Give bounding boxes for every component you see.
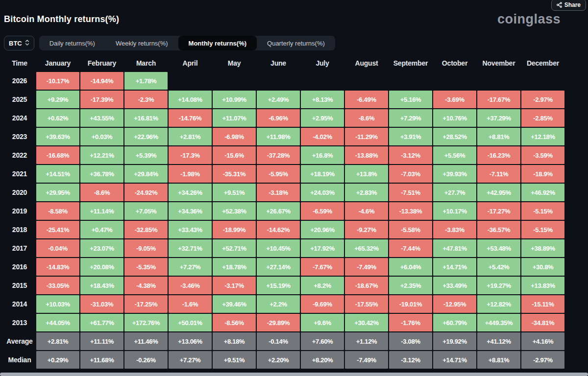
cell-2022-june[interactable]: -37.28% <box>257 146 300 164</box>
tab-weekly-returns[interactable]: Weekly returns(%) <box>105 36 178 50</box>
cell-2024-april[interactable]: -14.76% <box>169 109 212 127</box>
cell-average-june[interactable]: -0.14% <box>257 332 300 350</box>
cell-2015-april[interactable]: -3.46% <box>169 277 212 294</box>
cell-2024-may[interactable]: +11.07% <box>213 109 256 127</box>
cell-2020-september[interactable]: -7.51% <box>389 184 432 201</box>
cell-2016-september[interactable]: +6.04% <box>389 258 432 276</box>
cell-2015-november[interactable]: +19.27% <box>477 277 520 294</box>
cell-average-march[interactable]: +11.46% <box>124 332 168 350</box>
cell-2018-september[interactable]: -5.58% <box>389 221 432 238</box>
cell-2016-march[interactable]: -5.35% <box>124 258 168 276</box>
cell-2024-july[interactable]: +2.95% <box>301 109 344 127</box>
cell-2024-march[interactable]: +16.81% <box>124 109 168 127</box>
cell-2016-february[interactable]: +20.08% <box>80 258 123 276</box>
cell-2024-december[interactable]: -2.85% <box>521 109 564 127</box>
cell-median-october[interactable]: +14.71% <box>433 351 476 369</box>
cell-2022-february[interactable]: +12.21% <box>80 146 123 164</box>
cell-median-february[interactable]: +11.68% <box>80 351 123 369</box>
cell-2021-june[interactable]: -5.95% <box>257 165 300 183</box>
cell-2015-july[interactable]: +8.2% <box>301 277 344 294</box>
cell-2025-october[interactable]: -3.69% <box>433 91 476 108</box>
cell-2024-october[interactable]: +10.76% <box>433 109 476 127</box>
cell-2021-august[interactable]: +13.8% <box>345 165 388 183</box>
cell-2014-october[interactable]: -12.95% <box>433 295 476 313</box>
cell-2022-august[interactable]: -13.88% <box>345 146 388 164</box>
cell-2024-september[interactable]: +7.29% <box>389 109 432 127</box>
cell-2023-june[interactable]: +11.98% <box>257 128 300 145</box>
cell-2017-august[interactable]: +65.32% <box>345 239 388 257</box>
cell-2014-july[interactable]: -9.69% <box>301 295 344 313</box>
cell-2014-december[interactable]: -15.11% <box>521 295 564 313</box>
cell-2019-april[interactable]: +34.36% <box>169 202 212 220</box>
cell-2018-october[interactable]: -3.83% <box>433 221 476 238</box>
cell-average-november[interactable]: +41.12% <box>477 332 520 350</box>
cell-2018-january[interactable]: -25.41% <box>36 221 79 238</box>
cell-median-january[interactable]: +0.29% <box>36 351 79 369</box>
cell-2025-june[interactable]: +2.49% <box>257 91 300 108</box>
cell-2018-november[interactable]: -36.57% <box>477 221 520 238</box>
cell-2023-december[interactable]: +12.18% <box>521 128 564 145</box>
cell-2013-may[interactable]: -8.56% <box>213 314 256 331</box>
cell-2022-january[interactable]: -16.68% <box>36 146 79 164</box>
cell-2023-july[interactable]: -4.02% <box>301 128 344 145</box>
cell-2015-march[interactable]: -4.38% <box>124 277 168 294</box>
cell-2016-april[interactable]: +7.27% <box>169 258 212 276</box>
cell-2022-july[interactable]: +16.8% <box>301 146 344 164</box>
cell-2013-october[interactable]: +60.79% <box>433 314 476 331</box>
cell-median-may[interactable]: +9.51% <box>213 351 256 369</box>
cell-median-june[interactable]: +2.20% <box>257 351 300 369</box>
cell-2021-march[interactable]: +29.84% <box>124 165 168 183</box>
cell-2014-august[interactable]: -17.55% <box>345 295 388 313</box>
cell-2025-april[interactable]: +14.08% <box>169 91 212 108</box>
cell-average-february[interactable]: +11.11% <box>80 332 123 350</box>
cell-2013-january[interactable]: +44.05% <box>36 314 79 331</box>
cell-2013-june[interactable]: -29.89% <box>257 314 300 331</box>
cell-median-september[interactable]: -3.12% <box>389 351 432 369</box>
cell-2014-june[interactable]: +2.2% <box>257 295 300 313</box>
share-button[interactable]: Share <box>551 0 586 11</box>
tab-monthly-returns[interactable]: Monthly returns(%) <box>178 36 257 50</box>
cell-2017-november[interactable]: +53.48% <box>477 239 520 257</box>
cell-2023-october[interactable]: +28.52% <box>433 128 476 145</box>
cell-2016-july[interactable]: -7.67% <box>301 258 344 276</box>
cell-2019-october[interactable]: +10.17% <box>433 202 476 220</box>
cell-2019-may[interactable]: +52.38% <box>213 202 256 220</box>
cell-2016-january[interactable]: -14.83% <box>36 258 79 276</box>
cell-2015-september[interactable]: +2.35% <box>389 277 432 294</box>
cell-2019-february[interactable]: +11.14% <box>80 202 123 220</box>
cell-2017-may[interactable]: +52.71% <box>213 239 256 257</box>
cell-2024-january[interactable]: +0.62% <box>36 109 79 127</box>
cell-2013-august[interactable]: +30.42% <box>345 314 388 331</box>
cell-average-december[interactable]: +4.16% <box>521 332 564 350</box>
cell-2013-april[interactable]: +50.01% <box>169 314 212 331</box>
cell-2023-february[interactable]: +0.03% <box>80 128 123 145</box>
cell-2023-september[interactable]: +3.91% <box>389 128 432 145</box>
cell-2014-march[interactable]: -17.25% <box>124 295 168 313</box>
cell-2025-december[interactable]: -2.97% <box>521 91 564 108</box>
cell-average-september[interactable]: -3.08% <box>389 332 432 350</box>
cell-2017-september[interactable]: -7.44% <box>389 239 432 257</box>
cell-2017-june[interactable]: +10.45% <box>257 239 300 257</box>
cell-median-august[interactable]: -7.49% <box>345 351 388 369</box>
cell-2021-april[interactable]: -1.98% <box>169 165 212 183</box>
cell-2021-july[interactable]: +18.19% <box>301 165 344 183</box>
cell-2019-august[interactable]: -4.6% <box>345 202 388 220</box>
cell-2014-november[interactable]: +12.82% <box>477 295 520 313</box>
cell-2013-november[interactable]: +449.35% <box>477 314 520 331</box>
cell-2021-september[interactable]: -7.03% <box>389 165 432 183</box>
cell-2025-november[interactable]: -17.67% <box>477 91 520 108</box>
cell-2018-may[interactable]: -18.99% <box>213 221 256 238</box>
cell-2014-may[interactable]: +39.46% <box>213 295 256 313</box>
cell-2019-january[interactable]: -8.58% <box>36 202 79 220</box>
cell-2023-may[interactable]: -6.98% <box>213 128 256 145</box>
cell-2018-december[interactable]: -5.15% <box>521 221 564 238</box>
cell-2021-october[interactable]: +39.93% <box>433 165 476 183</box>
cell-2025-september[interactable]: +5.16% <box>389 91 432 108</box>
cell-2018-june[interactable]: -14.62% <box>257 221 300 238</box>
cell-2019-march[interactable]: +7.05% <box>124 202 168 220</box>
cell-2020-june[interactable]: -3.18% <box>257 184 300 201</box>
cell-2015-december[interactable]: +13.83% <box>521 277 564 294</box>
cell-2018-april[interactable]: +33.43% <box>169 221 212 238</box>
cell-2017-october[interactable]: +47.81% <box>433 239 476 257</box>
cell-average-july[interactable]: +7.60% <box>301 332 344 350</box>
